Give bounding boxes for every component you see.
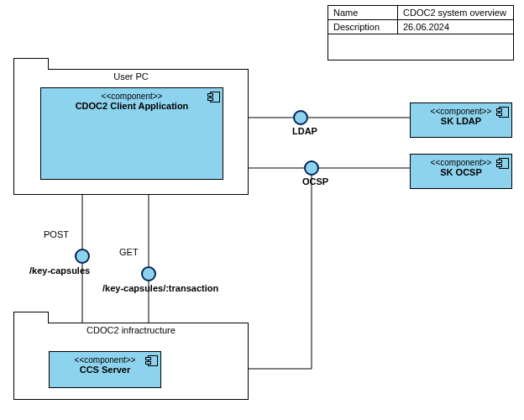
package-user-pc-title: User PC xyxy=(14,70,248,85)
component-ccs-stereo: <<component>> xyxy=(50,355,160,365)
interface-key-capsules-post xyxy=(75,249,90,264)
component-ccs-name: CCS Server xyxy=(50,365,160,375)
component-client-stereo: <<component>> xyxy=(41,92,223,101)
component-client-name: CDOC2 Client Application xyxy=(41,101,223,111)
component-sk-ldap-name: SK LDAP xyxy=(411,116,511,126)
package-infra-title: CDOC2 infractructure xyxy=(14,323,248,339)
component-sk-ocsp-name: SK OCSP xyxy=(411,167,511,177)
component-sk-ldap: <<component>> SK LDAP xyxy=(410,102,512,138)
interface-post-method: POST xyxy=(44,229,69,239)
meta-name-label: Name xyxy=(328,6,398,20)
component-icon xyxy=(207,92,219,102)
meta-desc-value: 26.06.2024 xyxy=(398,20,514,34)
component-icon xyxy=(496,107,508,117)
meta-desc-label: Description xyxy=(328,20,398,34)
interface-key-capsules-get xyxy=(141,266,156,281)
interface-ocsp-label: OCSP xyxy=(302,176,328,186)
interface-get-path: /key-capsules/:transaction xyxy=(102,283,218,293)
component-icon xyxy=(145,355,157,365)
component-icon xyxy=(496,158,508,168)
component-client: <<component>> CDOC2 Client Application xyxy=(40,87,223,180)
metadata-table: Name CDOC2 system overview Description 2… xyxy=(328,5,514,60)
interface-post-path: /key-capsules xyxy=(29,265,90,276)
component-sk-ocsp: <<component>> SK OCSP xyxy=(410,154,512,189)
meta-name-value: CDOC2 system overview xyxy=(398,6,514,20)
interface-ocsp xyxy=(304,160,319,176)
component-ccs: <<component>> CCS Server xyxy=(49,351,161,388)
interface-get-method: GET xyxy=(119,247,139,257)
meta-blank xyxy=(328,34,514,60)
interface-ldap xyxy=(293,110,308,125)
interface-ldap-label: LDAP xyxy=(292,126,317,136)
